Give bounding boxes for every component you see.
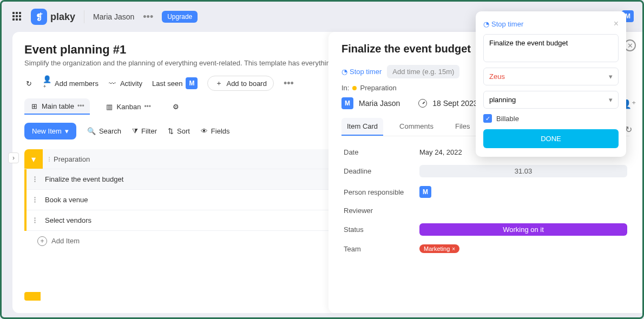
filter-icon: ⧩	[132, 127, 138, 136]
view-main-label: Main table	[42, 102, 74, 110]
task-field[interactable]: Finalize the event budget	[483, 34, 619, 62]
fields-label: Fields	[211, 127, 230, 135]
avatar: M	[186, 77, 198, 89]
clock-icon	[418, 99, 427, 108]
close-icon[interactable]: ×	[614, 19, 619, 29]
divider	[84, 10, 84, 23]
upgrade-button[interactable]: Upgrade	[162, 11, 198, 23]
plus-circle-icon: ＋	[37, 236, 47, 246]
view-kanban[interactable]: ▥Kanban•••	[100, 99, 156, 114]
prop-team: Team Marketing×	[341, 240, 629, 257]
refresh-icon: ↻	[24, 79, 33, 88]
group-toggle[interactable]: ▾	[24, 149, 43, 169]
collapse-button[interactable]: ›	[8, 152, 19, 163]
drag-icon[interactable]: ⁝	[27, 215, 43, 225]
prop-label: Person responsible	[344, 188, 419, 196]
search-button[interactable]: 🔍Search	[87, 127, 121, 135]
more-icon[interactable]: •••	[77, 102, 84, 110]
last-seen[interactable]: Last seenM	[152, 77, 198, 89]
prop-reviewer: Reviewer	[341, 202, 629, 219]
sort-label: Sort	[177, 127, 190, 135]
timer-icon: ◔	[341, 68, 347, 76]
team-badge: Marketing×	[419, 244, 459, 253]
filter-button[interactable]: ⧩Filter	[132, 127, 157, 136]
in-label: In:	[341, 84, 349, 92]
remove-icon[interactable]: ×	[452, 246, 455, 252]
drag-icon[interactable]: ⁝	[27, 174, 43, 184]
logo[interactable]: ❡ plaky	[31, 9, 75, 25]
last-seen-label: Last seen	[152, 79, 182, 88]
view-kanban-label: Kanban	[117, 103, 141, 111]
chevron-down-icon: ▾	[609, 72, 613, 81]
sort-button[interactable]: ⇅Sort	[168, 127, 190, 135]
new-item-button[interactable]: New Item▾	[24, 123, 76, 139]
prop-label: Team	[344, 245, 419, 253]
tab-comments[interactable]: Comments	[394, 118, 439, 136]
gear-icon: ⚙	[172, 102, 180, 111]
chevron-down-icon: ▾	[609, 96, 613, 104]
logo-text: plaky	[50, 11, 75, 23]
view-main-table[interactable]: ⊞Main table•••	[24, 98, 90, 115]
timer-popover: ◔Stop timer × Finalize the event budget …	[476, 11, 626, 157]
add-time-button[interactable]: Add time (e.g. 15m)	[387, 65, 459, 78]
automation-button[interactable]: ↻	[24, 79, 33, 88]
add-members-label: Add members	[55, 79, 98, 88]
more-icon[interactable]: •••	[284, 78, 294, 89]
prop-label: Date	[344, 148, 419, 156]
new-item-label: New Item	[32, 127, 62, 135]
in-value: Preparation	[360, 84, 396, 92]
project-select[interactable]: Zeus▾	[483, 68, 619, 85]
add-to-board-button[interactable]: ＋Add to board	[207, 76, 273, 91]
prop-value[interactable]: M	[419, 186, 627, 198]
apps-icon[interactable]	[12, 12, 22, 22]
activity-icon: 〰	[108, 79, 117, 88]
activity-label: Activity	[120, 79, 142, 88]
add-item-label: Add Item	[51, 237, 80, 245]
search-icon: 🔍	[87, 127, 96, 135]
prop-label: Reviewer	[344, 207, 419, 215]
tab-files[interactable]: Files	[450, 118, 475, 136]
avatar: M	[419, 186, 431, 198]
activity-button[interactable]: 〰Activity	[108, 79, 142, 88]
plus-icon: ＋	[214, 79, 223, 88]
more-icon[interactable]: •••	[144, 103, 151, 110]
more-icon[interactable]: •••	[143, 11, 153, 23]
checkbox-icon: ✓	[483, 114, 492, 123]
billable-label: Billable	[496, 115, 519, 123]
avatar[interactable]: M	[341, 97, 353, 109]
assignee-name: Maria Jason	[359, 99, 400, 108]
current-user[interactable]: Maria Jason	[93, 12, 134, 21]
stop-timer-link[interactable]: ◔Stop timer	[341, 68, 382, 76]
add-members-button[interactable]: 👤⁺Add members	[43, 79, 98, 88]
chevron-down-icon: ▾	[65, 127, 69, 135]
fields-button[interactable]: 👁Fields	[201, 127, 230, 135]
logo-icon: ❡	[31, 9, 47, 25]
kanban-icon: ▥	[105, 102, 114, 111]
done-button[interactable]: DONE	[483, 129, 619, 148]
status-badge[interactable]: Working on it	[419, 223, 627, 236]
billable-checkbox[interactable]: ✓ Billable	[483, 114, 619, 123]
table-icon: ⊞	[30, 102, 38, 110]
search-label: Search	[99, 127, 121, 135]
drag-icon[interactable]: ⁝	[27, 195, 43, 205]
add-to-board-label: Add to board	[226, 79, 266, 88]
drag-icon: ⁝	[48, 155, 50, 163]
prop-label: Deadline	[344, 167, 419, 175]
group-dot	[352, 86, 357, 90]
popover-title: ◔Stop timer	[483, 20, 523, 28]
prop-deadline: Deadline 31.03	[341, 161, 629, 182]
view-settings[interactable]: ⚙	[166, 99, 186, 114]
tab-item-card[interactable]: Item Card	[341, 118, 383, 136]
person-add-icon: 👤⁺	[43, 79, 51, 88]
prop-label: Status	[344, 225, 419, 234]
tag-select[interactable]: planning▾	[483, 91, 619, 109]
eye-icon: 👁	[201, 127, 208, 135]
prop-status: Status Working on it	[341, 219, 629, 240]
filter-label: Filter	[141, 127, 157, 135]
prop-value[interactable]: 31.03	[419, 165, 627, 177]
prop-person: Person responsible M	[341, 182, 629, 202]
timer-icon: ◔	[483, 20, 489, 28]
sort-icon: ⇅	[168, 127, 174, 135]
prop-value[interactable]: Marketing×	[419, 244, 627, 253]
